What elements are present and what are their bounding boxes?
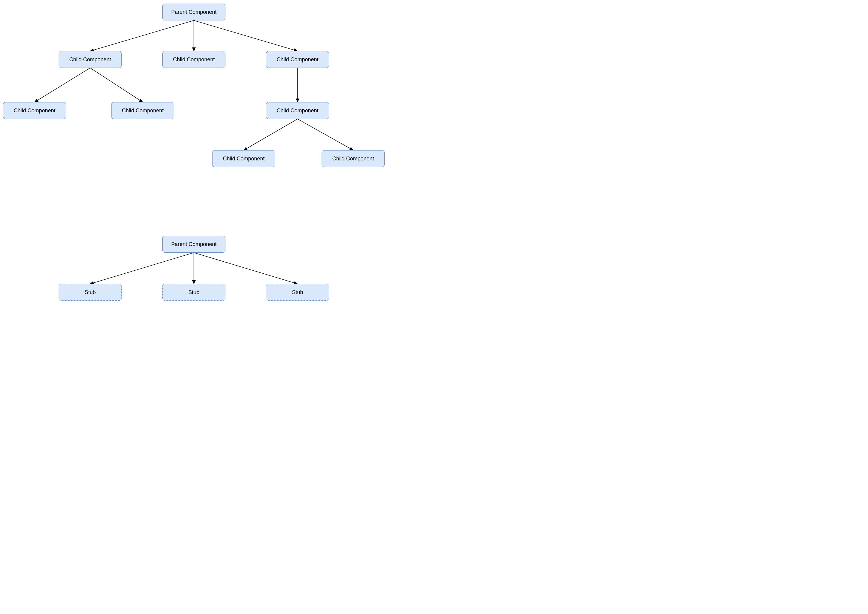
edge-t2-root-to-t2-s2 — [194, 253, 298, 284]
edge-t1-root-to-t1-r1-2 — [194, 20, 298, 51]
edge-t1-r2-2-to-t1-r3-1 — [298, 119, 353, 150]
edge-t1-r2-2-to-t1-r3-0 — [244, 119, 298, 150]
edge-t2-root-to-t2-s0 — [90, 253, 194, 284]
edge-t1-root-to-t1-r1-0 — [90, 20, 194, 51]
node-t1-r2-0: Child Component — [3, 102, 66, 119]
node-t1-r1-2: Child Component — [266, 51, 329, 68]
node-t1-r1-0: Child Component — [59, 51, 122, 68]
node-t1-root: Parent Component — [162, 4, 225, 20]
node-t2-s1: Stub — [162, 284, 225, 301]
node-t2-s0: Stub — [59, 284, 122, 301]
edge-t1-r1-0-to-t1-r2-1 — [90, 68, 143, 102]
node-t1-r2-2: Child Component — [266, 102, 329, 119]
node-t2-s2: Stub — [266, 284, 329, 301]
node-t1-r2-1: Child Component — [111, 102, 174, 119]
node-t2-root: Parent Component — [162, 236, 225, 253]
node-t1-r1-1: Child Component — [162, 51, 225, 68]
edge-t1-r1-0-to-t1-r2-0 — [34, 68, 90, 102]
node-t1-r3-0: Child Component — [212, 150, 275, 167]
node-t1-r3-1: Child Component — [321, 150, 385, 167]
